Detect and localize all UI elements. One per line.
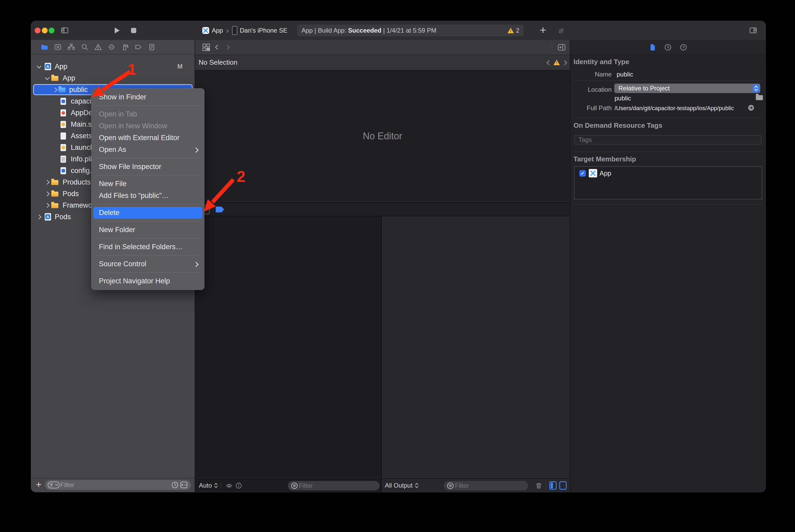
console-filter-field[interactable] (444, 481, 528, 491)
tree-item-label: Pods (55, 211, 71, 223)
filter-menu-icon[interactable] (48, 481, 60, 489)
assets-file-icon (60, 132, 66, 139)
warning-icon (507, 28, 514, 33)
build-status-text: App | Build App: Succeeded | 1/4/21 at 5… (302, 25, 436, 36)
navigator-tab-tests[interactable] (108, 43, 115, 51)
issue-warning-icon[interactable] (554, 60, 560, 65)
scheme-device-label: Dan's iPhone SE (240, 27, 288, 34)
menu-item-show-file-inspector[interactable]: Show File Inspector (92, 161, 204, 173)
navigator-tab-reports[interactable] (148, 43, 156, 51)
navigator-tab-project[interactable] (40, 43, 49, 51)
disclosure-closed-icon[interactable] (45, 191, 50, 196)
disclosure-open-icon[interactable] (45, 75, 50, 80)
activity-status-bar[interactable]: App | Build App: Succeeded | 1/4/21 at 5… (297, 25, 524, 36)
choose-folder-icon[interactable] (756, 95, 763, 100)
menu-item-new-folder[interactable]: New Folder (92, 224, 204, 236)
tree-item-app[interactable]: App (31, 72, 195, 84)
navigator-tab-issues[interactable] (94, 43, 102, 51)
variables-scope-selector[interactable]: Auto (199, 479, 218, 492)
inspector-tab-quick-help-inspector[interactable]: ? (680, 43, 687, 51)
menu-item-show-in-finder[interactable]: Show in Finder (92, 91, 204, 103)
navigator-tab-debug[interactable] (121, 43, 129, 51)
navigator-filter-field[interactable] (45, 480, 191, 490)
resource-tags-field[interactable] (574, 135, 762, 145)
editor-jump-bar: No Selection (195, 55, 570, 71)
close-window-button[interactable] (35, 27, 40, 33)
previous-issue-button[interactable] (546, 60, 551, 65)
inspector-tab-file-inspector[interactable] (649, 43, 656, 51)
storyboard-file-icon (60, 121, 66, 128)
toggle-inspector-button[interactable] (749, 27, 758, 34)
print-description-button[interactable] (235, 482, 242, 489)
related-items-button[interactable] (202, 43, 211, 52)
quicklook-button[interactable] (225, 482, 233, 489)
breakpoints-toggle-icon[interactable] (216, 207, 224, 212)
variables-filter-input[interactable] (298, 482, 380, 490)
menu-item-open-with-external-editor[interactable]: Open with External Editor (92, 132, 204, 144)
show-console-view-button[interactable] (559, 481, 567, 490)
inspector-tab-history-inspector[interactable] (664, 43, 672, 51)
source-control-status-filter-icon[interactable] (180, 481, 188, 489)
clear-console-button[interactable] (535, 482, 542, 490)
name-value[interactable]: public (617, 71, 633, 78)
navigator-tab-source-control[interactable] (54, 43, 62, 51)
add-editor-button[interactable] (557, 43, 566, 51)
back-button[interactable] (215, 45, 220, 50)
warning-count-badge[interactable]: 2 (507, 25, 519, 36)
tree-item-label: Pods (62, 188, 79, 200)
menu-item-add-files-to-public[interactable]: Add Files to “public”… (92, 190, 204, 202)
tree-item-label: public (69, 84, 88, 95)
warning-count: 2 (516, 27, 519, 34)
toggle-navigator-button[interactable] (60, 27, 69, 34)
code-review-button[interactable] (557, 27, 565, 34)
menu-item-new-file[interactable]: New File (92, 178, 204, 190)
name-label: Name (570, 71, 612, 78)
disclosure-open-icon[interactable] (37, 63, 41, 68)
add-tab-button[interactable]: + (537, 24, 549, 37)
navigator-tab-find[interactable] (81, 43, 89, 51)
tree-item-app[interactable]: AppM (31, 61, 195, 72)
project-icon (45, 213, 51, 221)
xcode-project-icon (202, 27, 209, 34)
forward-button[interactable] (225, 45, 230, 50)
menu-item-delete[interactable]: Delete (93, 207, 202, 219)
open-path-arrow-button[interactable] (748, 104, 754, 111)
resource-tags-input[interactable] (578, 136, 758, 144)
location-dropdown[interactable]: Relative to Project (614, 83, 760, 93)
next-issue-button[interactable] (562, 60, 567, 65)
navigator-tab-symbols[interactable] (67, 43, 75, 51)
separator (574, 80, 762, 81)
disclosure-closed-icon[interactable] (45, 203, 50, 208)
navigator-filter-input[interactable] (60, 481, 171, 489)
console-scope-selector[interactable]: All Output (385, 479, 419, 492)
svg-text:?: ? (682, 45, 685, 50)
menu-item-source-control[interactable]: Source Control (92, 258, 204, 270)
target-checkbox[interactable]: ✓ (579, 170, 586, 177)
debug-split-divider[interactable] (381, 216, 382, 492)
folder-icon (51, 192, 58, 196)
add-file-button[interactable]: + (35, 478, 42, 492)
minimize-window-button[interactable] (42, 27, 48, 33)
scheme-selector[interactable]: App › Dan's iPhone SE (202, 21, 287, 40)
run-button[interactable] (115, 27, 120, 33)
console-filter-input[interactable] (454, 482, 528, 490)
navigator-tab-breakpoints[interactable] (134, 43, 142, 51)
show-variables-view-button[interactable] (549, 481, 557, 490)
context-menu: Show in FinderOpen in TabOpen in New Win… (91, 88, 204, 290)
disclosure-closed-icon[interactable] (37, 214, 41, 219)
folder-icon (51, 76, 58, 81)
recent-files-filter-icon[interactable] (171, 481, 179, 489)
menu-item-find-in-selected-folders[interactable]: Find in Selected Folders… (92, 241, 204, 253)
source-control-status-badge: M (177, 61, 183, 72)
divider (220, 482, 221, 489)
stepper-icon (415, 482, 419, 489)
menu-item-open-as[interactable]: Open As (92, 144, 204, 156)
menu-item-project-navigator-help[interactable]: Project Navigator Help (92, 275, 204, 287)
console-view[interactable] (382, 216, 570, 478)
disclosure-closed-icon[interactable] (45, 180, 50, 185)
stop-button[interactable] (131, 28, 136, 33)
menu-separator (96, 204, 200, 204)
zoom-window-button[interactable] (49, 27, 54, 33)
json-file-icon (60, 98, 66, 105)
variables-filter-field[interactable] (288, 481, 380, 491)
